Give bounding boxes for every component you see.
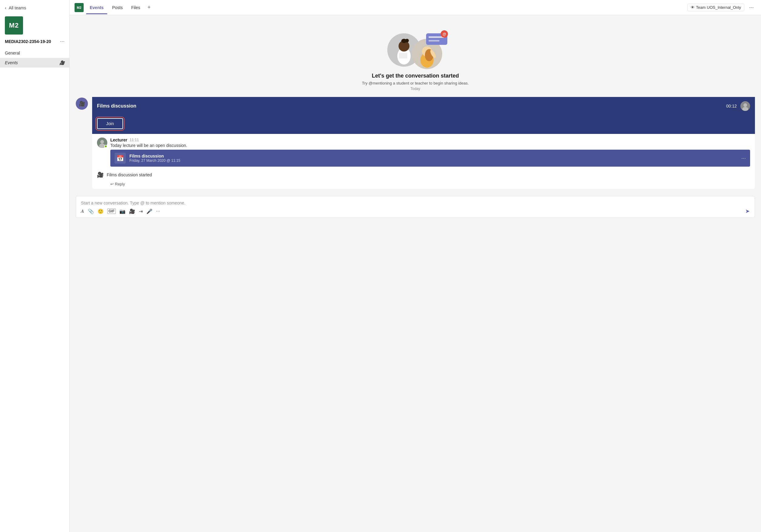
team-more-icon[interactable]: ··· (60, 38, 65, 44)
compose-area: Start a new conversation. Type @ to ment… (76, 196, 755, 218)
compose-toolbar: 𝑨 📎 🙂 GIF 📷 🎥 ⇥ 🎤 ··· ➤ (81, 208, 750, 215)
compose-more-icon[interactable]: ··· (156, 208, 160, 214)
lecturer-avatar (97, 137, 107, 148)
reply-button[interactable]: ↩ Reply (97, 181, 750, 189)
conversation-starter: @ Let's get the conversation started Try… (70, 15, 761, 97)
illustration: @ (382, 27, 449, 73)
reply-label: Reply (115, 182, 125, 186)
films-started-label: Films discussion started (107, 172, 152, 177)
event-calendar-icon: 📅 (115, 153, 126, 164)
meeting-header: Films discussion 00:12 (92, 97, 755, 115)
team-avatar: M2 (5, 16, 23, 34)
channel-list: General Events 🎥 (0, 47, 69, 69)
svg-point-5 (405, 39, 409, 42)
meeting-time: 00:12 (726, 104, 737, 108)
svg-text:@: @ (442, 32, 446, 36)
emoji-icon[interactable]: 🙂 (97, 208, 104, 214)
message-time: 11:11 (130, 138, 139, 142)
sidebar: ‹ All teams M2 MEDIA2302-2354-19-20 ··· … (0, 0, 70, 532)
svg-rect-6 (399, 53, 407, 59)
topbar-right: 👁 Team UOS_Internal_Only ··· (687, 3, 756, 12)
event-card-date: Friday, 27 March 2020 @ 11:15 (129, 158, 738, 163)
message-sender: Lecturer (110, 137, 127, 142)
meeting-section: 🎥 Films discussion 00:12 (76, 97, 755, 189)
meeting-video-icon: 🎥 (76, 97, 88, 110)
visibility-name: UOS_Internal_Only (707, 5, 741, 10)
topbar-team-badge: M2 (75, 3, 84, 12)
video-icon[interactable]: 🎥 (129, 208, 135, 214)
tab-files[interactable]: Files (128, 1, 144, 14)
message-text: Today lecture will be an open discussion… (110, 143, 750, 148)
conversation-title: Let's get the conversation started (372, 73, 459, 79)
compose-input[interactable]: Start a new conversation. Type @ to ment… (81, 199, 750, 208)
message-meta: Lecturer 11:11 (110, 137, 750, 142)
reply-arrow-icon: ↩ (110, 182, 114, 186)
sticker-icon[interactable]: 📷 (119, 208, 126, 214)
visibility-team-label: Team (696, 5, 706, 10)
films-started-row: 🎥 Films discussion started (97, 169, 750, 181)
back-to-all-teams[interactable]: ‹ All teams (0, 0, 69, 14)
visibility-icon: 👁 (691, 5, 695, 10)
channel-events-label: Events (5, 60, 18, 65)
attach-icon[interactable]: 📎 (88, 208, 94, 214)
svg-point-20 (100, 140, 104, 144)
main-content: M2 Events Posts Files + 👁 Team UOS_Inter… (70, 0, 761, 532)
message-card: Lecturer 11:11 Today lecture will be an … (92, 134, 755, 189)
content-area: @ Let's get the conversation started Try… (70, 15, 761, 532)
tab-posts[interactable]: Posts (108, 1, 126, 14)
message-row: Lecturer 11:11 Today lecture will be an … (97, 137, 750, 167)
join-button[interactable]: Join (97, 118, 123, 129)
back-arrow-icon: ‹ (5, 5, 6, 10)
event-card-info: Films discussion Friday, 27 March 2020 @… (129, 154, 738, 163)
films-started-video-icon: 🎥 (97, 172, 104, 178)
topbar: M2 Events Posts Files + 👁 Team UOS_Inter… (70, 0, 761, 15)
message-content: Lecturer 11:11 Today lecture will be an … (110, 137, 750, 167)
event-card: 📅 Films discussion Friday, 27 March 2020… (110, 150, 750, 167)
meeting-title-text: Films discussion (97, 103, 136, 109)
event-card-more-icon[interactable]: ··· (741, 155, 746, 161)
format-icon[interactable]: 𝑨 (81, 208, 84, 214)
team-name: MEDIA2302-2354-19-20 (5, 39, 58, 44)
tab-events[interactable]: Events (86, 1, 107, 14)
mic-icon[interactable]: 🎤 (146, 208, 152, 214)
topbar-more-icon[interactable]: ··· (747, 3, 756, 12)
send-button[interactable]: ➤ (745, 208, 750, 215)
meeting-header-right: 00:12 (726, 101, 750, 111)
meeting-host-avatar (740, 101, 750, 111)
svg-point-17 (743, 103, 747, 107)
team-name-row: MEDIA2302-2354-19-20 ··· (0, 38, 69, 47)
event-card-title: Films discussion (129, 154, 738, 158)
online-status-dot (104, 145, 107, 148)
join-section: Join (92, 115, 755, 134)
svg-rect-13 (429, 40, 439, 41)
channel-general[interactable]: General (0, 48, 69, 58)
team-visibility[interactable]: 👁 Team UOS_Internal_Only (687, 4, 744, 11)
conversation-date: Today (410, 87, 420, 91)
channel-video-icon: 🎥 (59, 60, 65, 65)
meeting-card: Films discussion 00:12 (92, 97, 755, 189)
add-tab-button[interactable]: + (145, 0, 153, 15)
channel-events[interactable]: Events 🎥 (0, 58, 69, 68)
conversation-subtitle: Try @mentioning a student or teacher to … (362, 81, 469, 85)
forward-icon[interactable]: ⇥ (139, 208, 143, 214)
channel-general-label: General (5, 51, 20, 55)
gif-icon[interactable]: GIF (107, 208, 116, 214)
all-teams-label: All teams (9, 5, 27, 10)
